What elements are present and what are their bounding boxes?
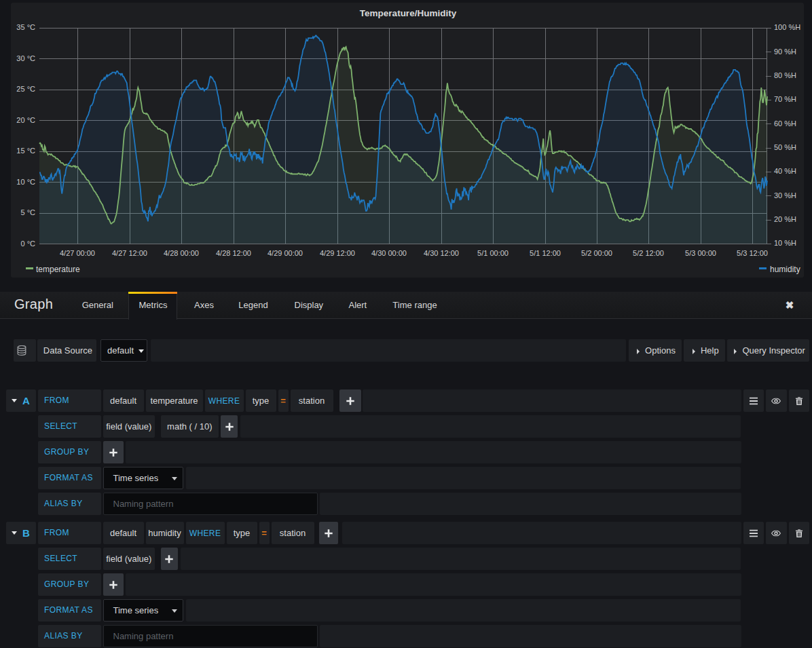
svg-text:5/3 12:00: 5/3 12:00 (737, 249, 768, 257)
svg-text:humidity: humidity (770, 265, 800, 274)
svg-text:4/27 12:00: 4/27 12:00 (112, 249, 147, 257)
svg-text:4/28 12:00: 4/28 12:00 (216, 249, 251, 257)
svg-text:35 °C: 35 °C (16, 23, 35, 31)
svg-text:100 %H: 100 %H (774, 23, 800, 31)
svg-text:temperature: temperature (36, 265, 80, 274)
svg-text:5/3 00:00: 5/3 00:00 (685, 249, 716, 257)
svg-text:Temperature/Humidity: Temperature/Humidity (360, 8, 457, 18)
svg-text:30 °C: 30 °C (16, 54, 35, 62)
svg-text:4/29 00:00: 4/29 00:00 (267, 249, 303, 257)
svg-text:30 %H: 30 %H (774, 191, 796, 199)
svg-text:15 °C: 15 °C (16, 147, 35, 155)
svg-text:20 °C: 20 °C (16, 116, 35, 124)
svg-text:4/30 12:00: 4/30 12:00 (424, 249, 459, 257)
svg-text:4/29 12:00: 4/29 12:00 (320, 249, 355, 257)
svg-text:5/1 12:00: 5/1 12:00 (530, 249, 561, 257)
svg-text:4/28 00:00: 4/28 00:00 (164, 249, 199, 257)
svg-text:5/2 00:00: 5/2 00:00 (581, 249, 612, 257)
svg-text:5/2 12:00: 5/2 12:00 (633, 249, 664, 257)
svg-text:70 %H: 70 %H (774, 95, 796, 103)
svg-text:0 °C: 0 °C (20, 240, 35, 248)
svg-text:4/30 00:00: 4/30 00:00 (371, 249, 407, 257)
svg-text:40 %H: 40 %H (774, 167, 796, 175)
svg-text:4/27 00:00: 4/27 00:00 (60, 249, 95, 257)
svg-text:60 %H: 60 %H (774, 119, 796, 128)
svg-text:20 %H: 20 %H (774, 215, 796, 223)
svg-text:5 °C: 5 °C (20, 208, 35, 216)
svg-text:5/1 00:00: 5/1 00:00 (477, 249, 509, 257)
svg-text:80 %H: 80 %H (774, 71, 796, 79)
svg-text:10 °C: 10 °C (16, 178, 35, 186)
svg-text:50 %H: 50 %H (774, 143, 796, 151)
svg-text:10 %H: 10 %H (774, 239, 796, 247)
svg-text:90 %H: 90 %H (774, 47, 796, 56)
svg-text:25 °C: 25 °C (16, 85, 35, 93)
